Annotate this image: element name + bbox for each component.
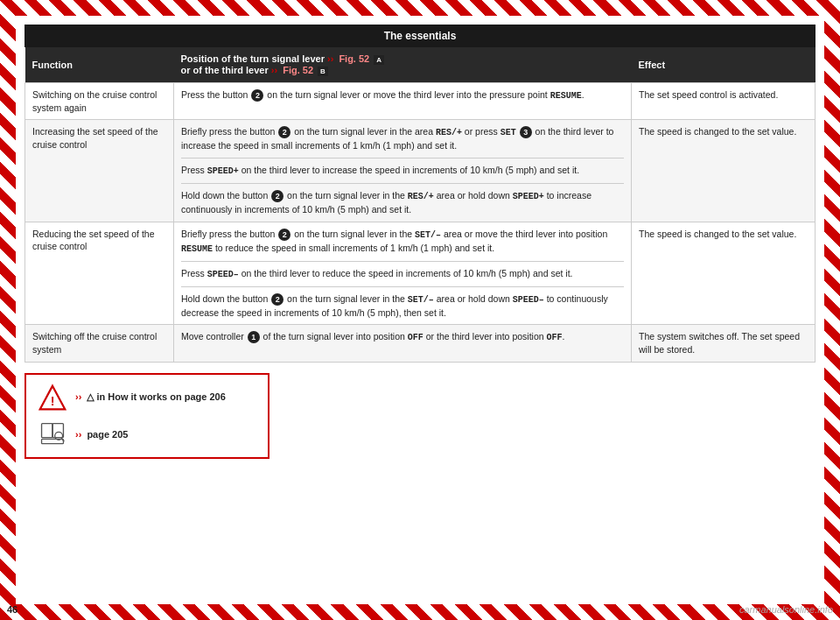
speed-minus-2: SPEED– [513,295,544,305]
box-b: B [318,67,328,76]
position-cell: Move controller 1 of the turn signal lev… [174,325,632,362]
chevron-icon: ›› [327,53,333,64]
warning-text: ›› △ in How it works on page 206 [75,391,226,403]
book-icon [38,420,66,448]
btn-2d: 2 [271,293,284,306]
btn-2c: 2 [278,229,290,241]
off-label: OFF [408,333,424,342]
btn-1: 1 [248,331,260,343]
fig-ref-b: Fig. 52 [283,65,313,75]
box-a: A [374,55,384,65]
res-plus-2: RES/+ [408,192,434,201]
position-cell: Briefly press the button 2 on the turn s… [174,120,632,222]
section-title: The essentials [384,30,457,42]
position-part-3: Hold down the button 2 on the turn signa… [181,286,624,320]
effect-cell: The set speed control is activated. [632,83,816,120]
effect-cell: The speed is changed to the set value. [632,120,816,222]
main-table: Function Position of the turn signal lev… [24,47,816,363]
resume-2: RESUME [181,244,213,254]
speed-minus: SPEED– [207,270,239,279]
book-text: ›› page 205 [75,429,128,440]
position-cell: Briefly press the button 2 on the turn s… [174,222,632,325]
page-content: The essentials Function Position of the … [16,16,824,604]
table-row: Increasing the set speed of the cruise c… [25,120,816,222]
position-part-2: Press SPEED– on the third lever to reduc… [181,261,624,281]
note-box: ! ›› △ in How it works on page 206 ›› [24,373,270,459]
warning-icon-sym: △ [87,391,94,402]
warning-icon: ! [38,384,66,412]
res-plus: RES/+ [436,128,462,137]
table-row: Switching off the cruise control system … [25,325,816,362]
off-label-2: OFF [547,333,563,342]
btn-2: 2 [251,89,263,102]
svg-rect-3 [52,423,63,437]
fig-ref-a: Fig. 52 [339,53,369,64]
set-minus: SET/– [415,230,441,240]
resume-label: RESUME [550,91,582,101]
col-header-position: Position of the turn signal lever ›› Fig… [174,47,632,83]
col-header-effect: Effect [632,47,816,83]
position-part-3: Hold down the button 2 on the turn signa… [181,183,624,216]
function-cell: Switching on the cruise control system a… [25,83,174,120]
effect-cell: The system switches off. The set speed w… [632,325,816,362]
btn-2a: 2 [278,126,290,138]
book-note: ›› page 205 [38,420,256,448]
set-label: SET [500,128,516,137]
svg-rect-2 [42,423,52,437]
btn-2b: 2 [271,190,284,202]
effect-cell: The speed is changed to the set value. [632,222,816,325]
position-part-1: Briefly press the button 2 on the turn s… [181,125,624,152]
section-header: The essentials [24,25,816,47]
position-part-2: Press SPEED+ on the third lever to incre… [181,158,624,178]
set-minus-2: SET/– [408,295,434,305]
function-cell: Increasing the set speed of the cruise c… [25,120,174,222]
page-number: 46 [7,604,18,615]
watermark: carmanualsonline.info [739,604,833,615]
function-cell: Reducing the set speed of the cruise con… [25,222,174,325]
speed-plus-2: SPEED+ [513,192,544,201]
chevron-icon-2: ›› [271,65,277,75]
warning-note: ! ›› △ in How it works on page 206 [38,384,256,412]
position-part-1: Briefly press the button 2 on the turn s… [181,228,624,256]
table-row: Reducing the set speed of the cruise con… [25,222,816,325]
svg-text:!: ! [51,394,55,408]
table-row: Switching on the cruise control system a… [25,83,816,120]
position-cell: Press the button 2 on the turn signal le… [174,83,632,120]
function-cell: Switching off the cruise control system [25,325,174,362]
btn-3: 3 [520,126,532,138]
col-header-function: Function [25,47,174,83]
speed-plus: SPEED+ [207,166,239,176]
